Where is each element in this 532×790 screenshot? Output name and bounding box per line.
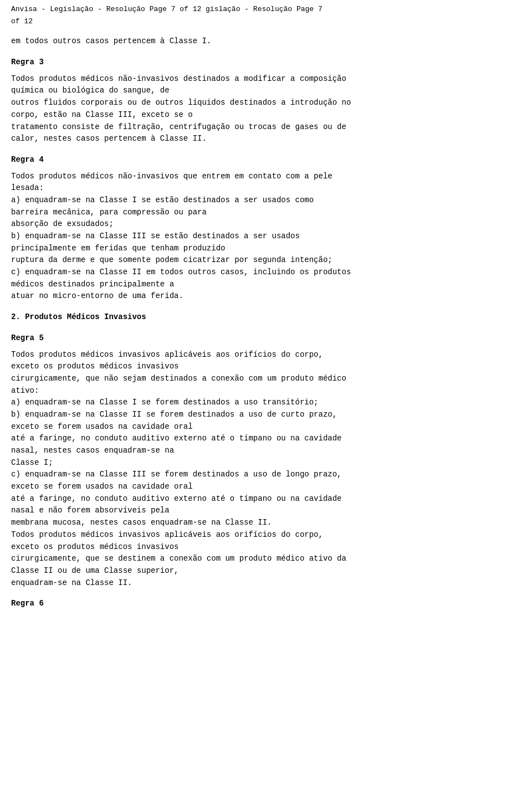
intro-text: em todos outros casos pertencem à Classe… xyxy=(11,35,521,48)
regra5-text: Todos produtos médicos invasivos aplicáv… xyxy=(11,349,521,589)
regra3-label: Regra 3 xyxy=(11,57,521,69)
regra3-text: Todos produtos médicos não-invasivos des… xyxy=(11,73,521,145)
regra4-label: Regra 4 xyxy=(11,154,521,166)
page-container: Anvisa - Legislação - Resolução Page 7 o… xyxy=(0,0,532,790)
section2-heading: 2. Produtos Médicos Invasivos xyxy=(11,311,521,324)
regra4-text: Todos produtos médicos não-invasivos que… xyxy=(11,171,521,303)
regra5-label: Regra 5 xyxy=(11,332,521,345)
regra6-label: Regra 6 xyxy=(11,598,521,610)
page-title-line1: Anvisa - Legislação - Resolução Page 7 o… xyxy=(11,4,521,14)
page-title-line2: of 12 xyxy=(11,17,521,27)
content-block: em todos outros casos pertencem à Classe… xyxy=(11,35,521,610)
